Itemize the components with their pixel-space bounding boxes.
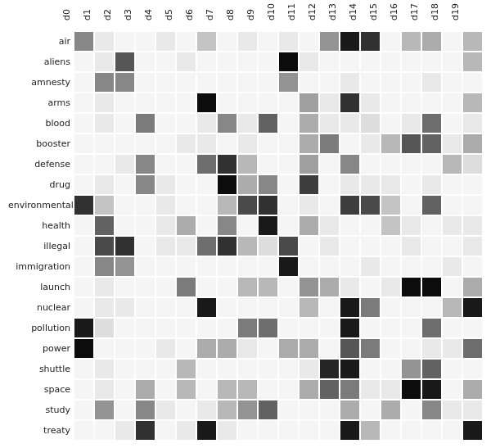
row-label: health <box>8 220 74 231</box>
heatmap-cell <box>463 175 482 194</box>
heatmap-cell <box>95 237 114 256</box>
heatmap-cell <box>279 155 298 174</box>
heatmap-cell <box>115 73 134 92</box>
heatmap-cell <box>381 52 400 71</box>
heatmap-cell <box>340 380 359 399</box>
heatmap-cell <box>156 298 175 317</box>
heatmap-cell <box>218 32 236 51</box>
heatmap-cell <box>74 155 93 174</box>
heatmap-cell <box>95 257 114 276</box>
heatmap-cell <box>279 175 298 194</box>
heatmap-cell <box>279 400 298 419</box>
heatmap-cell <box>156 114 175 133</box>
heatmap-cell <box>300 257 318 276</box>
heatmap-cell <box>381 237 400 256</box>
heatmap-cell <box>259 93 277 112</box>
heatmap-cell <box>340 155 359 174</box>
heatmap-cell <box>136 298 155 317</box>
heatmap-cell <box>443 114 462 133</box>
heatmap-cell <box>381 339 400 358</box>
heatmap-cell <box>463 52 482 71</box>
heatmap-cell <box>300 175 318 194</box>
heatmap-cell <box>402 73 421 92</box>
heatmap-cell <box>422 319 441 337</box>
heatmap-cell <box>279 319 298 337</box>
heatmap-cell <box>136 134 155 153</box>
heatmap-cell <box>443 93 462 112</box>
heatmap-cell <box>402 380 421 399</box>
heatmap-cell <box>259 155 277 174</box>
row-label: amnesty <box>8 77 74 88</box>
heatmap-cell <box>422 278 441 296</box>
heatmap-cell <box>95 298 114 317</box>
heatmap-cell <box>443 319 462 337</box>
heatmap-cell <box>279 421 298 440</box>
heatmap-cell <box>381 32 400 51</box>
heatmap-cell <box>381 114 400 133</box>
heatmap-cell <box>361 73 380 92</box>
heatmap-cell <box>136 237 155 256</box>
heatmap-cell <box>361 339 380 358</box>
heatmap-cell <box>443 216 462 235</box>
heatmap-cell <box>463 339 482 358</box>
heatmap-cell <box>300 93 318 112</box>
heatmap-cell <box>95 114 114 133</box>
heatmap-cell <box>238 32 257 51</box>
heatmap-cell <box>340 319 359 337</box>
heatmap-cell <box>218 278 236 296</box>
heatmap-cell <box>279 196 298 215</box>
heatmap-cell <box>177 360 196 378</box>
heatmap-cell <box>136 319 155 337</box>
heatmap-row: arms <box>8 93 483 113</box>
heatmap-cell <box>197 400 216 419</box>
heatmap-cell <box>381 400 400 419</box>
heatmap-cell <box>320 93 339 112</box>
heatmap-cell <box>74 175 93 194</box>
heatmap-cell <box>156 52 175 71</box>
heatmap-cell <box>259 319 277 337</box>
heatmap-cell <box>136 400 155 419</box>
heatmap-cell <box>218 257 236 276</box>
heatmap-cell <box>136 52 155 71</box>
heatmap-cell <box>300 400 318 419</box>
heatmap-cell <box>463 237 482 256</box>
heatmap-cell <box>402 278 421 296</box>
heatmap-cell <box>300 421 318 440</box>
heatmap-cell <box>177 93 196 112</box>
row-label: environmental <box>8 200 74 210</box>
heatmap-cell <box>443 360 462 378</box>
heatmap-cell <box>279 134 298 153</box>
heatmap-cell <box>259 339 277 358</box>
heatmap-cell <box>320 298 339 317</box>
col-header-label: d19 <box>450 3 461 20</box>
heatmap-cell <box>238 360 257 378</box>
heatmap-cell <box>443 32 462 51</box>
heatmap-cell <box>238 298 257 317</box>
heatmap-cell <box>115 421 134 440</box>
heatmap-cell <box>381 73 400 92</box>
heatmap-cell <box>74 257 93 276</box>
heatmap-cell <box>320 134 339 153</box>
col-header: d1 <box>70 11 92 31</box>
heatmap-cell <box>402 216 421 235</box>
heatmap-cell <box>340 196 359 215</box>
heatmap-cell <box>259 237 277 256</box>
heatmap-cell <box>402 175 421 194</box>
heatmap-cell <box>300 339 318 358</box>
heatmap-cell <box>197 237 216 256</box>
row-label: pollution <box>8 323 74 333</box>
heatmap-cell <box>74 339 93 358</box>
heatmap-cell <box>74 278 93 296</box>
heatmap-cell <box>422 32 441 51</box>
heatmap-cell <box>463 93 482 112</box>
heatmap-cell <box>177 175 196 194</box>
heatmap-cell <box>381 134 400 153</box>
heatmap-cell <box>361 93 380 112</box>
heatmap-cell <box>115 298 134 317</box>
heatmap-cell <box>238 380 257 399</box>
heatmap-cell <box>279 298 298 317</box>
heatmap-cell <box>340 32 359 51</box>
row-label: launch <box>8 282 74 292</box>
heatmap-cell <box>300 196 318 215</box>
heatmap-row: air <box>8 31 483 52</box>
